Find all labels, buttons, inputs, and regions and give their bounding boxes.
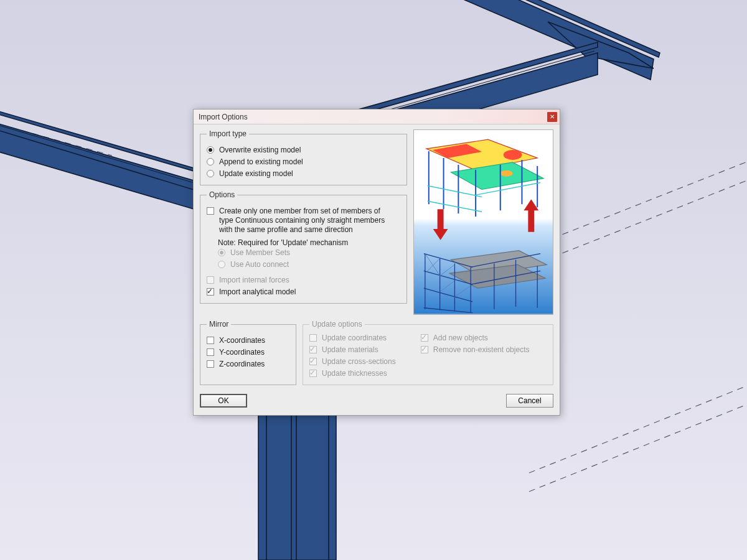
check-mirror-x-label[interactable]: X-coordinates	[219, 336, 265, 345]
radio-update-label[interactable]: Update existing model	[219, 169, 293, 179]
check-import-analytical-model-label[interactable]: Import analytical model	[219, 287, 296, 297]
check-mirror-y-label[interactable]: Y-coordinates	[219, 348, 265, 357]
check-update-cross-sections-label: Update cross-sections	[322, 357, 396, 366]
radio-use-member-sets-label: Use Member Sets	[230, 248, 290, 258]
import-type-group: Import type Overwrite existing model App…	[200, 129, 407, 185]
check-add-new-objects	[421, 334, 428, 342]
radio-use-member-sets	[218, 249, 225, 256]
check-add-new-objects-label: Add new objects	[433, 334, 488, 343]
options-note: Note: Required for 'Update' mechanism	[218, 238, 400, 247]
check-create-one-member-label[interactable]: Create only one member from set of membe…	[219, 207, 387, 235]
check-update-thicknesses	[309, 370, 317, 377]
ok-button[interactable]: OK	[200, 394, 247, 408]
check-mirror-x[interactable]	[207, 337, 214, 344]
radio-use-auto-connect-label: Use Auto connect	[230, 260, 289, 269]
radio-update[interactable]	[207, 170, 214, 177]
import-options-dialog: Import Options ✕ Import type Overwrite e…	[193, 109, 560, 416]
options-group: Options Create only one member from set …	[200, 190, 407, 304]
dialog-titlebar[interactable]: Import Options ✕	[194, 110, 560, 124]
preview-image	[413, 129, 553, 315]
options-legend: Options	[207, 190, 237, 199]
radio-overwrite-label[interactable]: Overwrite existing model	[219, 146, 301, 155]
mirror-group: Mirror X-coordinates Y-coordinates Z-coo…	[200, 320, 296, 385]
check-update-materials-label: Update materials	[322, 345, 378, 355]
check-mirror-y[interactable]	[207, 348, 214, 356]
update-options-group: Update options Update coordinates Update…	[303, 320, 553, 385]
check-import-internal-forces-label: Import internal forces	[219, 276, 289, 285]
check-update-thicknesses-label: Update thicknesses	[322, 369, 387, 378]
cancel-button[interactable]: Cancel	[506, 394, 553, 408]
mirror-legend: Mirror	[207, 320, 231, 329]
dialog-title: Import Options	[199, 113, 547, 121]
check-import-analytical-model[interactable]	[207, 288, 214, 296]
check-create-one-member[interactable]	[207, 207, 214, 215]
import-type-legend: Import type	[207, 129, 249, 138]
check-update-materials	[309, 346, 317, 353]
check-mirror-z[interactable]	[207, 360, 214, 368]
radio-use-auto-connect	[218, 261, 225, 268]
check-update-coordinates-label: Update coordinates	[322, 334, 387, 343]
check-remove-nonexistent-label: Remove non-existent objects	[433, 345, 530, 355]
close-button[interactable]: ✕	[547, 112, 557, 122]
check-mirror-z-label[interactable]: Z-coordinates	[219, 360, 265, 369]
radio-overwrite[interactable]	[207, 146, 214, 154]
update-options-legend: Update options	[309, 320, 365, 329]
check-remove-nonexistent	[421, 346, 428, 353]
svg-point-22	[504, 150, 522, 160]
radio-append-label[interactable]: Append to existing model	[219, 157, 303, 167]
check-update-coordinates	[309, 334, 317, 342]
svg-point-24	[500, 170, 513, 177]
check-import-internal-forces	[207, 276, 214, 284]
radio-append[interactable]	[207, 158, 214, 166]
check-update-cross-sections	[309, 358, 317, 365]
